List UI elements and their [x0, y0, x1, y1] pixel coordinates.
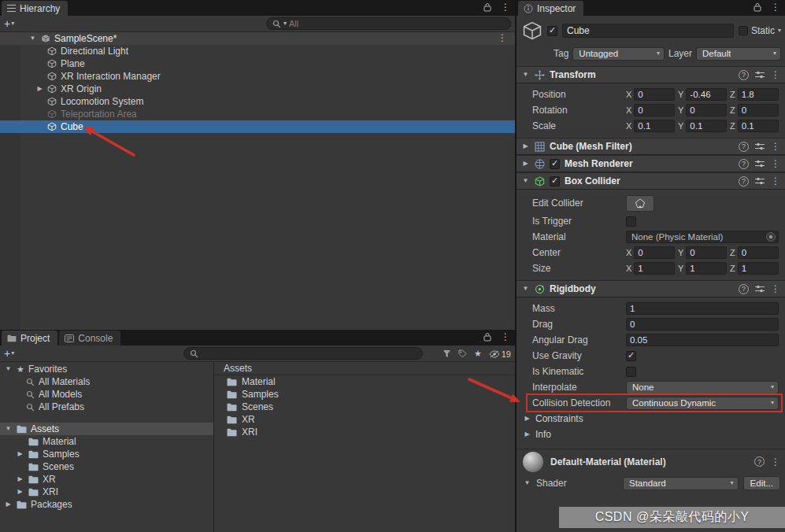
- expand-icon[interactable]: [4, 501, 13, 508]
- is-kinematic-checkbox[interactable]: [626, 367, 636, 377]
- scale-x-field[interactable]: [634, 120, 675, 132]
- asset-xr[interactable]: XR: [214, 413, 515, 426]
- component-menu-icon[interactable]: [771, 457, 780, 467]
- asset-scenes[interactable]: Scenes: [214, 401, 515, 413]
- scene-row[interactable]: SampleScene*: [0, 32, 515, 45]
- favorite-all-materials[interactable]: All Materials: [0, 375, 213, 388]
- create-asset-button[interactable]: [4, 348, 14, 360]
- scene-options-icon[interactable]: [498, 33, 507, 42]
- mesh-renderer-header[interactable]: Mesh Renderer: [517, 155, 785, 172]
- expand-icon[interactable]: [16, 451, 24, 457]
- assets-root-row[interactable]: Assets: [0, 423, 213, 435]
- mass-field[interactable]: [626, 302, 779, 315]
- edit-shader-button[interactable]: Edit...: [743, 476, 780, 490]
- foldout-icon[interactable]: [523, 431, 531, 438]
- size-x-field[interactable]: [634, 262, 675, 275]
- folder-samples[interactable]: Samples: [0, 448, 213, 460]
- asset-xri[interactable]: XRI: [214, 426, 515, 438]
- preset-icon[interactable]: [755, 71, 765, 79]
- preset-icon[interactable]: [755, 160, 765, 168]
- position-x-field[interactable]: [634, 88, 675, 101]
- help-icon[interactable]: [739, 142, 749, 152]
- info-foldout[interactable]: Info: [517, 427, 779, 442]
- folder-xr[interactable]: XR: [0, 473, 213, 486]
- shader-dropdown[interactable]: Standard: [623, 477, 739, 490]
- favorites-row[interactable]: Favorites: [0, 363, 213, 375]
- rotation-z-field[interactable]: [738, 104, 779, 116]
- physic-material-field[interactable]: None (Physic Material): [626, 231, 779, 243]
- gameobject-big-icon[interactable]: [522, 20, 542, 41]
- static-dropdown-icon[interactable]: [778, 28, 781, 34]
- material-header[interactable]: Default-Material (Material): [517, 449, 785, 474]
- hierarchy-item-locomotion-system[interactable]: Locomotion System: [0, 95, 515, 108]
- foldout-icon[interactable]: [521, 161, 530, 167]
- preset-icon[interactable]: [755, 142, 765, 150]
- foldout-icon[interactable]: [4, 426, 13, 432]
- center-z-field[interactable]: [738, 246, 779, 259]
- preset-icon[interactable]: [755, 177, 765, 185]
- component-menu-icon[interactable]: [771, 70, 780, 79]
- size-y-field[interactable]: [686, 262, 727, 275]
- rigidbody-header[interactable]: Rigidbody: [517, 280, 785, 297]
- hierarchy-search-input[interactable]: [289, 19, 505, 28]
- object-picker-icon[interactable]: [766, 232, 776, 242]
- is-trigger-checkbox[interactable]: [626, 216, 636, 227]
- size-z-field[interactable]: [738, 262, 779, 275]
- lock-icon[interactable]: [483, 332, 491, 342]
- collision-detection-dropdown[interactable]: Continuous Dynamic: [626, 397, 779, 410]
- lock-icon[interactable]: [483, 2, 491, 12]
- foldout-icon[interactable]: [521, 72, 530, 78]
- panel-menu-icon[interactable]: [771, 2, 780, 12]
- expand-icon[interactable]: [16, 489, 24, 495]
- position-z-field[interactable]: [738, 88, 779, 101]
- folder-xri[interactable]: XRI: [0, 486, 213, 498]
- help-icon[interactable]: [739, 70, 749, 80]
- help-icon[interactable]: [739, 284, 749, 294]
- hierarchy-item-plane[interactable]: Plane: [0, 57, 515, 70]
- hidden-packages-count-button[interactable]: 19: [489, 349, 511, 359]
- asset-material[interactable]: Material: [214, 375, 515, 388]
- favorite-all-models[interactable]: All Models: [0, 388, 213, 401]
- save-search-icon[interactable]: [474, 349, 482, 358]
- drag-field[interactable]: [626, 318, 779, 331]
- use-gravity-checkbox[interactable]: [626, 351, 636, 361]
- search-filter-arrow-icon[interactable]: [283, 20, 287, 27]
- component-enabled-checkbox[interactable]: [550, 176, 560, 187]
- component-menu-icon[interactable]: [771, 176, 780, 186]
- static-checkbox[interactable]: [739, 26, 748, 35]
- material-foldout-icon[interactable]: [523, 480, 531, 486]
- center-y-field[interactable]: [686, 246, 727, 259]
- packages-row[interactable]: Packages: [0, 498, 213, 511]
- component-menu-icon[interactable]: [771, 142, 780, 151]
- hierarchy-item-directional-light[interactable]: Directional Light: [0, 45, 515, 57]
- hierarchy-item-xr-interaction-manager[interactable]: XR Interaction Manager: [0, 70, 515, 83]
- static-control[interactable]: Static: [739, 25, 781, 36]
- component-menu-icon[interactable]: [771, 284, 780, 294]
- rotation-y-field[interactable]: [686, 104, 727, 116]
- help-icon[interactable]: [754, 456, 765, 467]
- foldout-icon[interactable]: [4, 366, 13, 372]
- search-by-type-icon[interactable]: [442, 349, 451, 358]
- project-search-input[interactable]: [201, 349, 417, 358]
- box-collider-header[interactable]: Box Collider: [517, 172, 785, 190]
- panel-menu-icon[interactable]: [501, 332, 510, 342]
- preset-icon[interactable]: [755, 285, 765, 293]
- expand-icon[interactable]: [35, 86, 44, 92]
- tag-dropdown[interactable]: Untagged: [572, 47, 665, 61]
- edit-collider-button[interactable]: [626, 195, 654, 212]
- angular-drag-field[interactable]: [626, 334, 779, 346]
- scale-z-field[interactable]: [738, 120, 779, 132]
- favorite-all-prefabs[interactable]: All Prefabs: [0, 401, 213, 413]
- project-search-field[interactable]: [183, 347, 423, 360]
- foldout-icon[interactable]: [521, 178, 530, 184]
- foldout-icon[interactable]: [523, 416, 531, 422]
- component-enabled-checkbox[interactable]: [550, 159, 560, 169]
- layer-dropdown[interactable]: Default: [696, 47, 781, 61]
- expand-icon[interactable]: [16, 476, 24, 482]
- scale-y-field[interactable]: [686, 120, 727, 132]
- center-x-field[interactable]: [634, 246, 675, 259]
- lock-icon[interactable]: [754, 2, 761, 12]
- asset-samples[interactable]: Samples: [214, 388, 515, 401]
- search-by-label-icon[interactable]: [458, 349, 467, 358]
- tab-project[interactable]: Project: [2, 331, 57, 345]
